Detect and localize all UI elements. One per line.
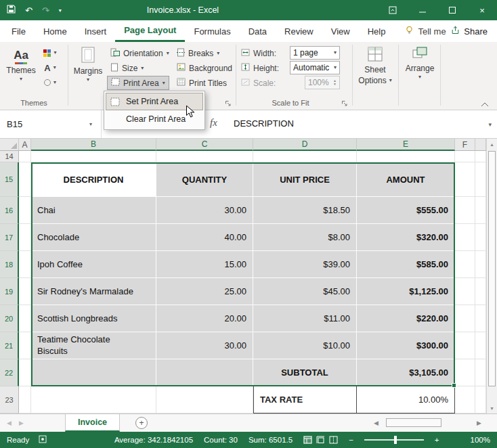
cell-F22[interactable] <box>455 359 475 386</box>
col-header-A[interactable]: A <box>19 139 31 151</box>
row-header-20[interactable]: 20 <box>0 305 19 332</box>
scale-to-fit-dialog-launcher[interactable] <box>341 99 349 107</box>
height-select[interactable]: Automatic ▾ <box>290 61 340 74</box>
row-header-19[interactable]: 19 <box>0 278 19 305</box>
zoom-out-button[interactable]: − <box>349 436 353 444</box>
cell-C19[interactable]: 25.00 <box>156 278 253 305</box>
cell-E16[interactable]: $555.00 <box>357 197 455 224</box>
cell-G17[interactable] <box>475 224 486 251</box>
cell-D23-tax-label[interactable]: TAX RATE <box>253 386 357 413</box>
cell-F17[interactable] <box>455 224 475 251</box>
row-header-16[interactable]: 16 <box>0 197 19 224</box>
cell-G15[interactable] <box>475 162 486 197</box>
zoom-in-button[interactable]: + <box>435 436 439 444</box>
cell-G22[interactable] <box>475 359 486 386</box>
col-header-D[interactable]: D <box>253 139 357 151</box>
insert-function-button[interactable]: fx <box>210 117 217 129</box>
cell-B23[interactable] <box>31 386 156 413</box>
cell-B14[interactable] <box>31 151 156 162</box>
cell-D14[interactable] <box>253 151 357 162</box>
cell-E14[interactable] <box>357 151 455 162</box>
cell-G16[interactable] <box>475 197 486 224</box>
arrange-button[interactable]: Arrange ▾ <box>402 45 437 95</box>
cell-E19[interactable]: $1,125.00 <box>357 278 455 305</box>
tab-file[interactable]: File <box>3 20 35 42</box>
hscroll-right-icon[interactable]: ▶ <box>477 420 481 426</box>
tab-review[interactable]: Review <box>276 20 322 42</box>
cell-F15[interactable] <box>455 162 475 197</box>
save-icon[interactable] <box>7 5 16 16</box>
theme-colors-button[interactable]: ▾ <box>38 46 62 60</box>
margins-button[interactable]: Margins ▾ <box>72 45 104 95</box>
zoom-slider-thumb[interactable] <box>394 436 397 444</box>
cell-E17[interactable]: $320.00 <box>357 224 455 251</box>
macro-record-icon[interactable] <box>39 435 47 445</box>
cell-D16[interactable]: $18.50 <box>253 197 357 224</box>
close-button[interactable]: × <box>467 0 497 20</box>
vertical-scrollbar-thumb[interactable] <box>488 151 496 386</box>
page-layout-view-icon[interactable] <box>316 436 325 444</box>
cell-C14[interactable] <box>156 151 253 162</box>
sheet-tab-invoice[interactable]: Invoice <box>65 414 120 432</box>
sheet-nav-right-icon[interactable]: ▶ <box>19 420 24 426</box>
cell-E15[interactable]: AMOUNT <box>357 162 455 197</box>
theme-effects-button[interactable]: ▾ <box>38 76 62 89</box>
cell-D21[interactable]: $10.00 <box>253 332 357 359</box>
cell-C20[interactable]: 20.00 <box>156 305 253 332</box>
formula-content[interactable]: DESCRIPTION <box>234 118 294 129</box>
cell-E21[interactable]: $300.00 <box>357 332 455 359</box>
cell-G20[interactable] <box>475 305 486 332</box>
col-header-C[interactable]: C <box>156 139 253 151</box>
row-header-14[interactable]: 14 <box>0 151 19 162</box>
col-header-B[interactable]: B <box>31 139 156 151</box>
cell-G14[interactable] <box>475 151 486 162</box>
print-area-button[interactable]: Print Area ▾ <box>107 76 169 90</box>
cell-B22[interactable] <box>31 359 156 386</box>
cell-F23[interactable] <box>455 386 475 413</box>
page-break-view-icon[interactable] <box>329 436 338 444</box>
cell-F14[interactable] <box>455 151 475 162</box>
cell-C17[interactable]: 40.00 <box>156 224 253 251</box>
cell-E20[interactable]: $220.00 <box>357 305 455 332</box>
print-titles-button[interactable]: Print Titles <box>173 76 230 90</box>
row-header-23[interactable]: 23 <box>0 386 19 413</box>
cell-A17[interactable] <box>19 224 31 251</box>
tab-help[interactable]: Help <box>359 20 395 42</box>
share-button[interactable]: Share <box>451 20 488 42</box>
orientation-button[interactable]: Orientation ▾ <box>107 46 173 60</box>
cell-A23[interactable] <box>19 386 31 413</box>
cell-G18[interactable] <box>475 251 486 278</box>
cell-F20[interactable] <box>455 305 475 332</box>
cell-E22-subtotal-value[interactable]: $3,105.00 <box>357 359 455 386</box>
breaks-button[interactable]: Breaks ▾ <box>173 46 223 60</box>
cell-G23[interactable] <box>475 386 486 413</box>
col-header-partial[interactable] <box>475 139 486 151</box>
normal-view-icon[interactable] <box>303 436 312 444</box>
undo-icon[interactable]: ↶ <box>25 5 33 16</box>
width-select[interactable]: 1 page ▾ <box>290 46 340 60</box>
expand-formula-bar-icon[interactable]: ▾ <box>488 121 492 128</box>
cell-D22-subtotal-label[interactable]: SUBTOTAL <box>253 359 357 386</box>
cell-A15[interactable] <box>19 162 31 197</box>
ribbon-display-options-button[interactable] <box>378 0 408 20</box>
tab-home[interactable]: Home <box>35 20 76 42</box>
name-box[interactable]: B15 <box>0 110 102 138</box>
themes-button[interactable]: Aa Themes ▾ <box>5 45 37 95</box>
cell-F19[interactable] <box>455 278 475 305</box>
cell-A14[interactable] <box>19 151 31 162</box>
collapse-ribbon-button[interactable] <box>481 99 489 109</box>
row-header-18[interactable]: 18 <box>0 251 19 278</box>
add-sheet-button[interactable]: + <box>135 417 148 429</box>
cell-E23-tax-value[interactable]: 10.00% <box>357 386 455 413</box>
zoom-level[interactable]: 100% <box>471 436 490 444</box>
tab-data[interactable]: Data <box>240 20 276 42</box>
cell-C21[interactable]: 30.00 <box>156 332 253 359</box>
cell-B17[interactable]: Chocolade <box>31 224 156 251</box>
cell-D15[interactable]: UNIT PRICE <box>253 162 357 197</box>
sheet-options-button[interactable]: Sheet Options▾ <box>356 45 394 95</box>
maximize-button[interactable] <box>437 0 467 20</box>
cell-B18[interactable]: Ipoh Coffee <box>31 251 156 278</box>
row-header-17[interactable]: 17 <box>0 224 19 251</box>
scale-spinner[interactable]: 100% ▲▼ <box>305 76 340 89</box>
cell-D19[interactable]: $45.00 <box>253 278 357 305</box>
